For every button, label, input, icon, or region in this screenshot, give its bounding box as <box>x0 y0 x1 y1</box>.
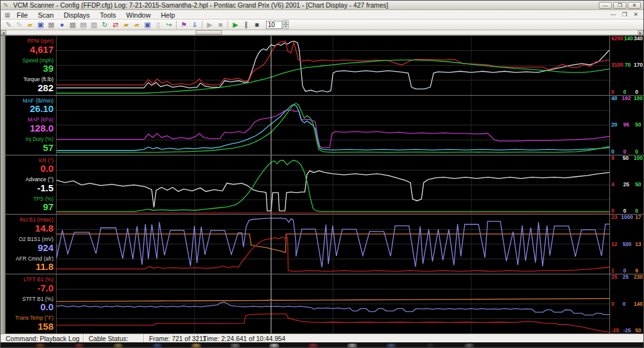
axis-tick: 6200 <box>611 36 623 42</box>
toolbar: ✎✎▰▣▦●▩▤▥↻⇄▰▰▣▯↪⚑⇓▶■▶∥■ ▲ ▼ <box>1 20 643 30</box>
stop-record-icon[interactable]: ■ <box>215 20 226 30</box>
axis-tick: 0 <box>623 149 631 155</box>
mdi-restore-button[interactable]: ❒ <box>621 11 628 18</box>
taskbar-app-icon[interactable] <box>347 344 357 347</box>
pause-icon[interactable]: ∥ <box>241 20 252 30</box>
param-map: MAP (kPa)128.0 <box>6 117 53 133</box>
export-log-icon[interactable]: ↪ <box>164 20 174 30</box>
spinner-up-icon[interactable]: ▲ <box>283 20 289 25</box>
refresh-icon[interactable]: ↻ <box>99 20 110 30</box>
axis-tick: 170 <box>634 62 643 68</box>
scroll-left-icon[interactable]: ◀ <box>1 30 6 35</box>
param-o2: O2 B1S1 (mV)924 <box>6 237 53 252</box>
param-label: MAF (lb/min) <box>6 98 53 104</box>
taskbar-app-icon[interactable] <box>35 344 45 347</box>
axis-tick: 25 <box>623 182 631 188</box>
save-config-icon[interactable]: ▣ <box>35 20 46 30</box>
menu-item-window[interactable]: Window <box>126 11 151 19</box>
edit-log-icon[interactable]: ✎ <box>14 20 25 30</box>
close-button[interactable]: ✕ <box>628 2 641 9</box>
taskbar-app-icon[interactable] <box>152 344 162 347</box>
chart-plot-1[interactable] <box>56 36 609 95</box>
taskbar-app-icon[interactable] <box>425 344 435 347</box>
spinner-down-icon[interactable]: ▼ <box>283 25 289 29</box>
open-log-icon[interactable]: ▰ <box>131 20 142 30</box>
param-panel-2: MAF (lb/min)26.10MAP (kPa)128.0Inj Duty … <box>6 96 56 155</box>
toolbar-separator <box>176 21 177 29</box>
axis-tick: 340 <box>634 36 643 42</box>
taskbar-app-icon[interactable] <box>269 344 279 347</box>
play-icon[interactable]: ▶ <box>230 20 241 30</box>
axis-tick: -25 <box>611 328 619 334</box>
split-display-icon[interactable]: ▤ <box>78 20 89 30</box>
mdi-close-button[interactable]: ✕ <box>632 11 640 18</box>
menu-item-file[interactable]: File <box>16 11 28 19</box>
connect-vehicle-icon[interactable]: ⇄ <box>110 20 121 30</box>
param-label: AFR Cmnd (afr) <box>6 256 53 262</box>
axis-tick: 13 <box>635 242 643 247</box>
axis-tick: 140 <box>634 301 643 307</box>
scan-log-icon[interactable]: ▰ <box>121 20 131 30</box>
axis-tick: 25 <box>623 274 630 280</box>
open-config-icon[interactable]: ▰ <box>25 20 35 30</box>
windows-taskbar[interactable] <box>1 342 643 347</box>
download-icon[interactable]: ⇓ <box>189 20 200 30</box>
scrollbar-thumb[interactable] <box>196 30 222 35</box>
menu-item-tools[interactable]: Tools <box>100 11 116 19</box>
axis-tick: 0 <box>611 149 619 155</box>
minimize-button[interactable]: — <box>599 2 612 9</box>
axis-bottom-labels: 000 <box>611 149 643 155</box>
chart-plot-5[interactable] <box>56 274 609 334</box>
taskbar-app-icon[interactable] <box>113 344 123 347</box>
menu-item-scan[interactable]: Scan <box>38 11 53 19</box>
mdi-minimize-button[interactable]: — <box>609 11 617 18</box>
chart-plot-3[interactable] <box>56 155 609 215</box>
taskbar-app-icon[interactable] <box>308 344 318 347</box>
frame-step-input[interactable] <box>266 21 282 29</box>
axis-tick: 0 <box>623 89 631 95</box>
axis-tick: 192 <box>622 96 631 101</box>
stop-icon[interactable]: ■ <box>252 20 262 30</box>
route-marker-icon[interactable]: ⚑ <box>179 20 189 30</box>
axis-tick: 50 <box>635 122 643 128</box>
save-log-icon[interactable]: ▣ <box>142 20 153 30</box>
maximize-button[interactable]: ❒ <box>613 2 626 9</box>
taskbar-app-icon[interactable] <box>230 344 240 347</box>
axis-tick: 100 <box>634 155 643 161</box>
record-icon[interactable]: ▶ <box>204 20 215 30</box>
chart-plot-2[interactable] <box>56 96 609 155</box>
axis-tick: 70 <box>625 62 632 68</box>
frame-step-spinner[interactable]: ▲ ▼ <box>266 20 289 29</box>
menu-item-displays[interactable]: Displays <box>64 11 90 19</box>
param-value: 26.10 <box>6 104 53 113</box>
table-display-icon[interactable]: ▦ <box>46 20 57 30</box>
param-label: RPM (rpm) <box>6 38 53 44</box>
axis-top-labels: 40192100 <box>611 96 643 101</box>
taskbar-app-icon[interactable] <box>464 344 474 347</box>
taskbar-app-icon[interactable] <box>191 344 201 347</box>
axis-tick: 3100 <box>611 62 623 68</box>
grid-display-icon[interactable]: ▩ <box>67 20 78 30</box>
scroll-right-icon[interactable]: ▶ <box>638 30 643 35</box>
chart-display-icon[interactable]: ▥ <box>89 20 99 30</box>
axis-bottom-labels: -25-2550 <box>611 328 643 334</box>
axis-bottom-labels: 000 <box>611 89 643 95</box>
param-value: -7.0 <box>6 283 53 293</box>
taskbar-app-icon[interactable] <box>386 344 396 347</box>
copy-log-icon[interactable]: ▯ <box>153 20 164 30</box>
param-label: Inj Duty (%) <box>6 137 53 142</box>
menu-item-help[interactable]: Help <box>161 11 175 19</box>
edit-config-icon[interactable]: ✎ <box>3 20 14 30</box>
axis-top-labels: 6200140340 <box>611 36 643 42</box>
param-value: 924 <box>6 243 53 252</box>
axis-tick: 1000 <box>621 215 633 220</box>
status-command: Command: Playback Log <box>1 334 84 342</box>
axis-tick: 23 <box>611 215 619 220</box>
gauge-display-icon[interactable]: ● <box>57 20 67 30</box>
axis-tick: 1 <box>611 268 619 274</box>
log-position-scrollbar[interactable]: ◀ ▶ <box>1 30 643 35</box>
param-label: Speed (mph) <box>6 58 53 64</box>
taskbar-app-icon[interactable] <box>74 344 84 347</box>
chart-plot-4[interactable] <box>56 215 609 274</box>
param-advance: Advance (°)-1.5 <box>6 177 53 193</box>
